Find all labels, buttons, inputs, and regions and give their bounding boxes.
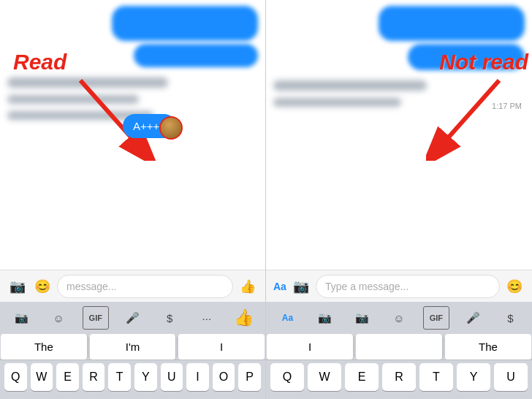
right-suggestion-divider-1 — [354, 337, 355, 357]
left-tool-photo[interactable]: 📷 — [8, 306, 34, 330]
right-photo-icon[interactable]: 📷 — [291, 276, 311, 297]
right-key-t[interactable]: T — [419, 363, 453, 391]
right-chat-area: Not read 1:17 PM — [266, 0, 532, 270]
left-tool-mic[interactable]: 🎤 — [119, 306, 145, 330]
blur-bubble-blue-1 — [112, 6, 258, 41]
svg-line-3 — [441, 80, 499, 146]
left-tool-emoji[interactable]: ☺ — [45, 306, 72, 330]
key-q[interactable]: Q — [4, 363, 27, 391]
left-tool-gif[interactable]: GIF — [83, 306, 109, 330]
left-tool-dollar[interactable]: $ — [156, 306, 183, 330]
right-keyboard: Q W E R T Y U — [266, 360, 532, 399]
key-e[interactable]: E — [56, 363, 79, 391]
left-keyboard: Q W E R T Y U I O P — [0, 360, 265, 399]
right-tool-photo2[interactable]: 📷 — [349, 306, 375, 330]
right-input-bar: Aa 📷 Type a message... 😊 — [266, 270, 532, 302]
avatar — [159, 116, 183, 140]
right-key-u[interactable]: U — [494, 363, 528, 391]
right-panel: Not read 1:17 PM Aa 📷 Type a message... … — [266, 0, 532, 399]
key-w[interactable]: W — [31, 363, 53, 391]
suggestion-divider-1 — [88, 337, 89, 357]
left-key-row-1: Q W E R T Y U I O P — [1, 363, 264, 391]
right-tool-photo[interactable]: 📷 — [311, 306, 338, 330]
left-tool-more[interactable]: ··· — [194, 306, 220, 330]
left-suggestion-im[interactable]: I'm — [90, 334, 177, 360]
right-tool-emoji[interactable]: ☺ — [386, 306, 412, 330]
key-y[interactable]: Y — [134, 363, 157, 391]
left-tool-like[interactable]: 👍 — [231, 306, 257, 330]
right-key-y[interactable]: Y — [457, 363, 490, 391]
left-toolbar: 📷 ☺ GIF 🎤 $ ··· 👍 — [0, 302, 265, 334]
key-u[interactable]: U — [161, 363, 183, 391]
right-tool-gif[interactable]: GIF — [423, 306, 449, 330]
left-input-bar: 📷 😊 message... 👍 — [0, 270, 265, 302]
right-suggestion-divider-2 — [444, 337, 444, 357]
left-word-suggestions: The I'm I — [0, 334, 265, 360]
suggestion-divider-2 — [177, 337, 178, 357]
left-panel: Read A++++ 📷 😊 message... 👍 📷 ☺ G — [0, 0, 266, 399]
key-r[interactable]: R — [83, 363, 105, 391]
right-suggestion-blank[interactable] — [356, 334, 443, 360]
right-suggestion-the[interactable]: The — [445, 334, 531, 360]
right-emoji-icon[interactable]: 😊 — [504, 276, 525, 297]
left-chat-area: Read A++++ — [0, 0, 265, 270]
right-blur-text-2 — [273, 98, 401, 107]
key-t[interactable]: T — [108, 363, 131, 391]
right-key-w[interactable]: W — [308, 363, 341, 391]
left-suggestion-i[interactable]: I — [178, 334, 265, 360]
right-message-input[interactable]: Type a message... — [316, 275, 500, 298]
key-i[interactable]: I — [186, 363, 209, 391]
key-o[interactable]: O — [213, 363, 235, 391]
blur-bubble-blue-2 — [134, 44, 258, 67]
notread-label: Not read — [439, 50, 528, 75]
right-word-suggestions: I The — [266, 334, 532, 360]
right-tool-aa[interactable]: Aa — [274, 306, 300, 330]
right-blur-bubble-1 — [379, 6, 525, 41]
right-key-row-1: Q W E R T Y U — [267, 363, 531, 391]
timestamp: 1:17 PM — [492, 102, 522, 110]
right-bubble-1 — [273, 6, 525, 41]
right-aa-button[interactable]: Aa — [273, 281, 286, 292]
right-tool-dollar[interactable]: $ — [497, 306, 523, 330]
left-message-input[interactable]: message... — [57, 275, 233, 298]
right-key-e[interactable]: E — [345, 363, 379, 391]
read-label: Read — [13, 50, 66, 75]
right-key-r[interactable]: R — [382, 363, 416, 391]
right-toolbar: Aa 📷 📷 ☺ GIF 🎤 $ — [266, 302, 532, 334]
left-suggestion-the[interactable]: The — [1, 334, 88, 360]
left-photo-icon[interactable]: 📷 — [7, 276, 28, 297]
message-bubble-right-1 — [7, 6, 258, 41]
right-blur-text-1 — [273, 80, 427, 91]
avatar-container — [159, 116, 183, 140]
key-p[interactable]: P — [238, 363, 261, 391]
notread-arrow — [426, 73, 514, 161]
right-suggestion-i[interactable]: I — [267, 334, 354, 360]
left-like-icon[interactable]: 👍 — [238, 276, 258, 297]
left-emoji-icon[interactable]: 😊 — [32, 276, 53, 297]
right-tool-mic[interactable]: 🎤 — [460, 306, 487, 330]
avatar-face — [161, 118, 181, 138]
right-key-q[interactable]: Q — [270, 363, 304, 391]
